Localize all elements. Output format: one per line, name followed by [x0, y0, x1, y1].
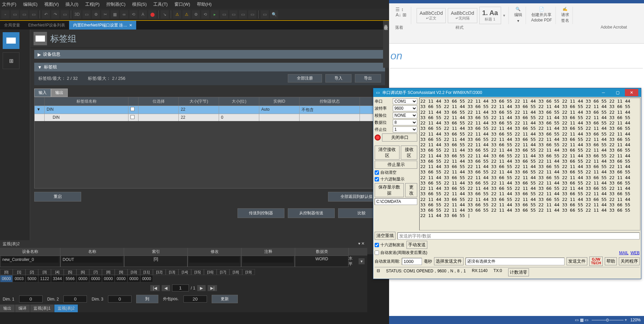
baud-select[interactable]: 9600: [393, 105, 417, 111]
tb-paste-icon[interactable]: ▭: [61, 10, 69, 18]
send-to-controller-button[interactable]: 传送到控制器: [237, 208, 284, 218]
hex-send-checkbox[interactable]: [375, 243, 379, 247]
close-button[interactable]: ✕: [625, 89, 638, 96]
tb-gear-icon[interactable]: ⚙: [192, 10, 200, 18]
cell-name[interactable]: DIN: [45, 106, 128, 114]
expand-icon[interactable]: ▼: [35, 106, 45, 114]
prev-page-button[interactable]: ◀: [162, 285, 170, 291]
cell-name[interactable]: DIN: [45, 114, 128, 121]
table-row[interactable]: DIN 22 0: [35, 114, 385, 121]
cell-ctrl[interactable]: 不包含: [300, 106, 360, 114]
paragraph-icons[interactable]: ☰ ↕A↓ ⊞: [395, 7, 406, 17]
send-period-input[interactable]: [402, 258, 422, 265]
panel-device-info[interactable]: ▶ 设备信息: [34, 50, 385, 59]
name-input[interactable]: [62, 257, 122, 263]
menu-simulate[interactable]: 模拟(S): [132, 1, 147, 7]
tb-redo-icon[interactable]: ↷: [51, 10, 59, 18]
mem-cell[interactable]: 0000: [140, 275, 153, 282]
maximize-button[interactable]: ▢: [611, 89, 624, 96]
tb-play-icon[interactable]: ▸: [211, 10, 219, 18]
device-name-input[interactable]: [2, 257, 59, 263]
modify-input[interactable]: [189, 257, 239, 263]
update-button[interactable]: 更新: [212, 295, 238, 303]
zoom-level[interactable]: 120%: [630, 318, 641, 322]
tab-global-vars[interactable]: 全局变量: [0, 21, 24, 30]
tb-block3-icon[interactable]: ▭: [239, 10, 247, 18]
stopbits-select[interactable]: 1: [393, 126, 417, 132]
clear-rx-button[interactable]: 清空接收区: [375, 146, 399, 160]
save-display-button[interactable]: 保存显示数据: [375, 183, 404, 197]
comment-input[interactable]: [243, 257, 293, 263]
stop-display-button[interactable]: 停止显示: [375, 161, 417, 169]
tb-warning-icon[interactable]: ⚠: [173, 10, 181, 18]
cell-bits[interactable]: [219, 106, 259, 114]
table-row[interactable]: ▼ DIN 22 Auto 不包含: [35, 106, 385, 114]
auto-clear-checkbox[interactable]: [375, 170, 379, 175]
databits-select[interactable]: 8: [393, 119, 417, 125]
parity-select[interactable]: NONE: [393, 112, 417, 118]
minimize-button[interactable]: ─: [597, 89, 610, 96]
mem-cell[interactable]: 0000: [89, 275, 102, 282]
port-select[interactable]: COM1: [393, 98, 417, 104]
cell-bytes[interactable]: 22: [179, 114, 219, 121]
mem-cell[interactable]: 0000: [127, 275, 140, 282]
tab-compile[interactable]: 编译: [15, 305, 30, 312]
tb-upload-icon[interactable]: A: [139, 10, 147, 18]
tb-debug-icon[interactable]: ↘: [161, 10, 169, 18]
tb-block4-icon[interactable]: ▭: [248, 10, 256, 18]
tb-3d-icon[interactable]: 3D: [73, 10, 81, 18]
tb-cut-icon[interactable]: ✂: [101, 10, 109, 18]
tab-input[interactable]: 输入: [34, 89, 51, 97]
web-link[interactable]: WEB: [631, 251, 640, 255]
cell-check[interactable]: [128, 114, 139, 121]
create-share-pdf-button[interactable]: 📄创建并共享 Adobe PDF: [531, 7, 552, 22]
tb-refresh-icon[interactable]: ⟲: [201, 10, 209, 18]
dim2-input[interactable]: [63, 295, 87, 303]
close-program-button[interactable]: 关闭程序: [619, 257, 640, 265]
cell-bits[interactable]: 0: [219, 114, 259, 121]
send-text-input[interactable]: [397, 232, 640, 239]
tab-output[interactable]: 输出: [51, 89, 68, 97]
menu-insert[interactable]: 插入(I): [65, 1, 78, 7]
tb-wrench-icon[interactable]: ⚙: [92, 10, 100, 18]
mem-cell[interactable]: 0000: [102, 275, 115, 282]
last-page-button[interactable]: ▶|: [208, 285, 217, 291]
mem-cell[interactable]: 0000: [115, 275, 127, 282]
menu-tools[interactable]: 工具(T): [153, 1, 168, 7]
serial-titlebar[interactable]: ▭ 串口调试助手 SComAssistant V2.2 For WIN9X/NT…: [373, 88, 641, 97]
to-button[interactable]: 到: [136, 295, 158, 303]
panel-tag-group[interactable]: ▼ 标签组: [34, 63, 385, 71]
edit-dropdown[interactable]: 🔍编辑 ▾: [514, 7, 522, 23]
tool-block-icon[interactable]: [3, 32, 19, 49]
menu-edit[interactable]: 编辑(E): [23, 1, 38, 7]
tb-block-icon[interactable]: ▭: [220, 10, 228, 18]
help-button[interactable]: 帮助: [605, 257, 617, 265]
level-dropdown-icon[interactable]: ▾: [359, 258, 365, 264]
pos-input[interactable]: [183, 295, 207, 303]
select-file-button[interactable]: 选择发送文件: [434, 257, 464, 265]
menu-controller[interactable]: 控制器(C): [106, 1, 125, 7]
register-all-button[interactable]: 全部注册: [288, 74, 322, 83]
cell-bit[interactable]: [139, 106, 179, 114]
cell-check[interactable]: [128, 106, 139, 114]
tb-block2-icon[interactable]: ▭: [229, 10, 237, 18]
tb-search-icon[interactable]: 🔍: [270, 10, 278, 18]
tb-zoom-icon[interactable]: ▭: [261, 10, 269, 18]
menu-help[interactable]: 帮助(H): [197, 1, 212, 7]
rx-area-button[interactable]: 接收区: [401, 146, 417, 160]
style-normal[interactable]: AaBbCcDd↵正文: [417, 8, 446, 23]
send-from-controller-button[interactable]: 从控制器传送: [288, 208, 335, 218]
export-button[interactable]: 导出: [355, 74, 381, 83]
close-port-button[interactable]: 关闭串口: [382, 133, 417, 142]
tb-saveall-icon[interactable]: ▭: [30, 10, 38, 18]
mem-cell[interactable]: 0600: [0, 275, 13, 282]
request-signature-button[interactable]: ✍请求 签名: [561, 7, 569, 23]
tab-output[interactable]: 输出: [0, 305, 15, 312]
tab-watch1[interactable]: 监视(表)1: [30, 305, 54, 312]
tool-tree-icon[interactable]: ⊞: [3, 52, 19, 69]
style-nospace[interactable]: AaBbCcDd↵无间隔: [448, 8, 477, 23]
cell-bytes[interactable]: 22: [179, 106, 219, 114]
mem-cell[interactable]: 0000: [76, 275, 89, 282]
view-icons[interactable]: ▭ ▦ ▭: [575, 318, 588, 322]
receive-log[interactable]: 22 11 44 33 66 55 22 11 44 33 66 55 22 1…: [419, 98, 640, 230]
